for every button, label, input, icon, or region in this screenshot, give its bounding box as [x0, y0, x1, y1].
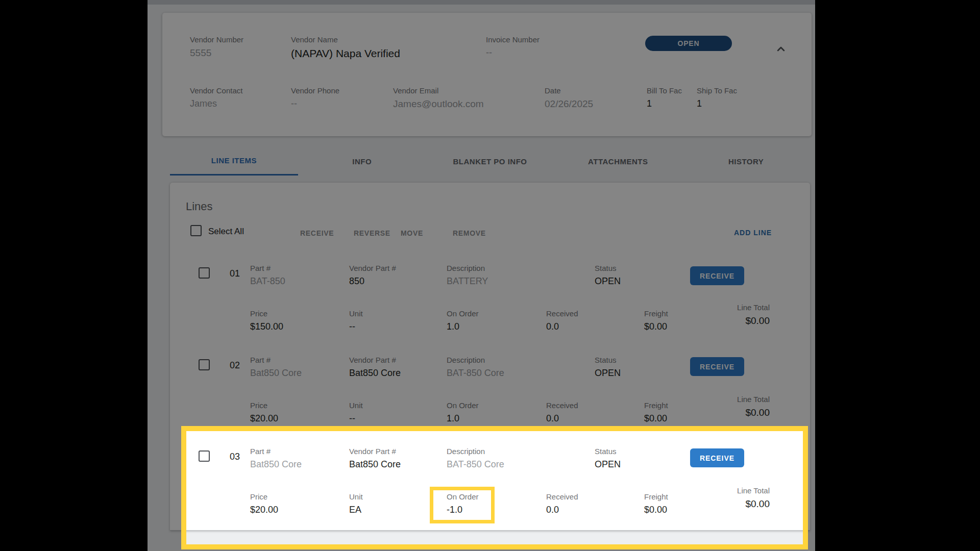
line-03-status-field: Status OPEN [595, 447, 621, 469]
received-value: 0.0 [546, 505, 578, 514]
part-label: Part # [250, 447, 302, 455]
line-03-description-field: Description BAT-850 Core [447, 447, 504, 469]
freight-label: Freight [644, 493, 668, 500]
status-label: Status [595, 447, 621, 455]
on-order-label: On Order [447, 493, 479, 500]
description-label: Description [447, 447, 504, 455]
status-value: OPEN [595, 460, 621, 469]
line-total-value: $0.00 [693, 499, 770, 509]
line-03-unit-field: Unit EA [349, 493, 363, 514]
line-03-on-order-field: On Order -1.0 [447, 493, 479, 514]
vendor-part-label: Vendor Part # [349, 447, 401, 455]
line-03-line-total-field: Line Total $0.00 [693, 487, 770, 509]
line-03-checkbox[interactable] [199, 450, 210, 462]
line-03-received-field: Received 0.0 [546, 493, 578, 514]
part-value: Bat850 Core [250, 460, 302, 469]
freight-value: $0.00 [644, 505, 668, 514]
line-03-vendor-part-field: Vendor Part # Bat850 Core [349, 447, 401, 469]
dim-overlay-top [148, 0, 815, 426]
line-03-price-field: Price $20.00 [250, 493, 278, 514]
line-03-freight-field: Freight $0.00 [644, 493, 668, 514]
po-detail-screen: Vendor Number 5555 Vendor Name (NAPAV) N… [0, 0, 980, 551]
description-value: BAT-850 Core [447, 460, 504, 469]
received-label: Received [546, 493, 578, 500]
dim-overlay-left [148, 426, 181, 549]
dim-overlay-right [808, 426, 815, 549]
unit-label: Unit [349, 493, 363, 500]
line-03-number: 03 [230, 452, 240, 462]
line-total-label: Line Total [693, 487, 770, 494]
line-03-part-field: Part # Bat850 Core [250, 447, 302, 469]
line-03-receive-button[interactable]: RECEIVE [690, 448, 744, 467]
on-order-value: -1.0 [447, 505, 479, 514]
price-label: Price [250, 493, 278, 500]
vendor-part-value: Bat850 Core [349, 460, 401, 469]
unit-value: EA [349, 505, 363, 514]
price-value: $20.00 [250, 505, 278, 514]
